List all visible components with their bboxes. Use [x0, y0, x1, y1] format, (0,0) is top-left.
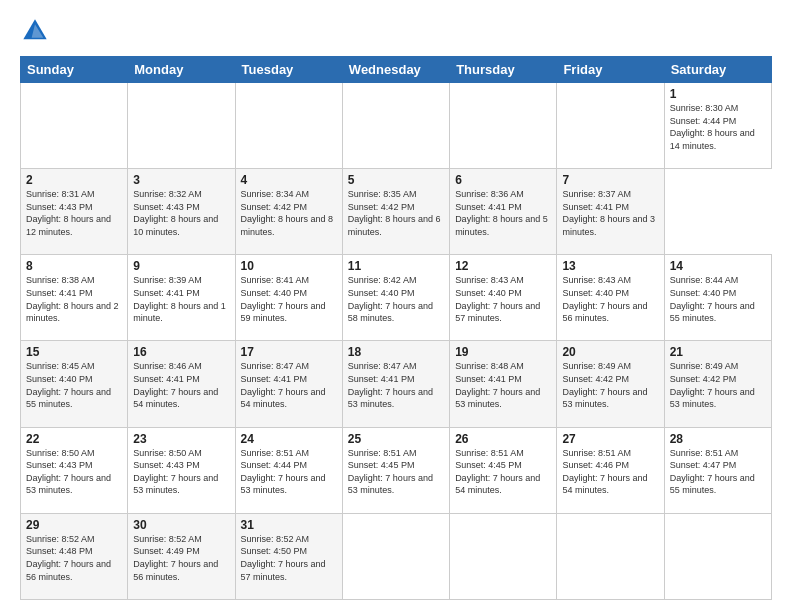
- day-number: 14: [670, 259, 766, 273]
- day-number: 30: [133, 518, 229, 532]
- day-number: 10: [241, 259, 337, 273]
- calendar-day-cell: 14Sunrise: 8:44 AMSunset: 4:40 PMDayligh…: [664, 255, 771, 341]
- day-info: Sunrise: 8:38 AMSunset: 4:41 PMDaylight:…: [26, 275, 119, 323]
- day-info: Sunrise: 8:36 AMSunset: 4:41 PMDaylight:…: [455, 189, 548, 237]
- day-number: 31: [241, 518, 337, 532]
- calendar-day-cell: 27Sunrise: 8:51 AMSunset: 4:46 PMDayligh…: [557, 427, 664, 513]
- calendar-week-row: 8Sunrise: 8:38 AMSunset: 4:41 PMDaylight…: [21, 255, 772, 341]
- logo-icon: [20, 16, 50, 46]
- empty-cell: [450, 513, 557, 599]
- calendar-header-tuesday: Tuesday: [235, 57, 342, 83]
- day-number: 16: [133, 345, 229, 359]
- empty-cell: [557, 83, 664, 169]
- day-info: Sunrise: 8:31 AMSunset: 4:43 PMDaylight:…: [26, 189, 111, 237]
- day-number: 25: [348, 432, 444, 446]
- empty-cell: [664, 513, 771, 599]
- header: [20, 16, 772, 46]
- calendar-day-cell: 11Sunrise: 8:42 AMSunset: 4:40 PMDayligh…: [342, 255, 449, 341]
- calendar-day-cell: 29Sunrise: 8:52 AMSunset: 4:48 PMDayligh…: [21, 513, 128, 599]
- empty-cell: [21, 83, 128, 169]
- calendar-day-cell: 19Sunrise: 8:48 AMSunset: 4:41 PMDayligh…: [450, 341, 557, 427]
- day-info: Sunrise: 8:44 AMSunset: 4:40 PMDaylight:…: [670, 275, 755, 323]
- day-number: 9: [133, 259, 229, 273]
- day-number: 2: [26, 173, 122, 187]
- empty-cell: [235, 83, 342, 169]
- calendar-day-cell: 7Sunrise: 8:37 AMSunset: 4:41 PMDaylight…: [557, 169, 664, 255]
- day-number: 26: [455, 432, 551, 446]
- calendar-day-cell: 18Sunrise: 8:47 AMSunset: 4:41 PMDayligh…: [342, 341, 449, 427]
- day-number: 12: [455, 259, 551, 273]
- calendar-day-cell: 21Sunrise: 8:49 AMSunset: 4:42 PMDayligh…: [664, 341, 771, 427]
- calendar-day-cell: 2Sunrise: 8:31 AMSunset: 4:43 PMDaylight…: [21, 169, 128, 255]
- empty-cell: [128, 83, 235, 169]
- calendar-day-cell: 12Sunrise: 8:43 AMSunset: 4:40 PMDayligh…: [450, 255, 557, 341]
- day-info: Sunrise: 8:48 AMSunset: 4:41 PMDaylight:…: [455, 361, 540, 409]
- calendar-day-cell: 24Sunrise: 8:51 AMSunset: 4:44 PMDayligh…: [235, 427, 342, 513]
- calendar-table: SundayMondayTuesdayWednesdayThursdayFrid…: [20, 56, 772, 600]
- calendar-day-cell: 3Sunrise: 8:32 AMSunset: 4:43 PMDaylight…: [128, 169, 235, 255]
- day-info: Sunrise: 8:30 AMSunset: 4:44 PMDaylight:…: [670, 103, 755, 151]
- calendar-day-cell: 16Sunrise: 8:46 AMSunset: 4:41 PMDayligh…: [128, 341, 235, 427]
- calendar-header-monday: Monday: [128, 57, 235, 83]
- calendar-day-cell: 31Sunrise: 8:52 AMSunset: 4:50 PMDayligh…: [235, 513, 342, 599]
- day-info: Sunrise: 8:32 AMSunset: 4:43 PMDaylight:…: [133, 189, 218, 237]
- calendar-day-cell: 4Sunrise: 8:34 AMSunset: 4:42 PMDaylight…: [235, 169, 342, 255]
- calendar-day-cell: 25Sunrise: 8:51 AMSunset: 4:45 PMDayligh…: [342, 427, 449, 513]
- day-info: Sunrise: 8:45 AMSunset: 4:40 PMDaylight:…: [26, 361, 111, 409]
- calendar-day-cell: 17Sunrise: 8:47 AMSunset: 4:41 PMDayligh…: [235, 341, 342, 427]
- calendar-day-cell: 6Sunrise: 8:36 AMSunset: 4:41 PMDaylight…: [450, 169, 557, 255]
- day-number: 18: [348, 345, 444, 359]
- day-info: Sunrise: 8:52 AMSunset: 4:49 PMDaylight:…: [133, 534, 218, 582]
- day-number: 3: [133, 173, 229, 187]
- empty-cell: [342, 513, 449, 599]
- calendar-header-sunday: Sunday: [21, 57, 128, 83]
- day-number: 1: [670, 87, 766, 101]
- calendar-day-cell: 30Sunrise: 8:52 AMSunset: 4:49 PMDayligh…: [128, 513, 235, 599]
- empty-cell: [342, 83, 449, 169]
- calendar-day-cell: 23Sunrise: 8:50 AMSunset: 4:43 PMDayligh…: [128, 427, 235, 513]
- calendar-header-thursday: Thursday: [450, 57, 557, 83]
- day-info: Sunrise: 8:35 AMSunset: 4:42 PMDaylight:…: [348, 189, 441, 237]
- day-info: Sunrise: 8:46 AMSunset: 4:41 PMDaylight:…: [133, 361, 218, 409]
- day-number: 8: [26, 259, 122, 273]
- day-info: Sunrise: 8:51 AMSunset: 4:46 PMDaylight:…: [562, 448, 647, 496]
- day-info: Sunrise: 8:49 AMSunset: 4:42 PMDaylight:…: [562, 361, 647, 409]
- day-info: Sunrise: 8:41 AMSunset: 4:40 PMDaylight:…: [241, 275, 326, 323]
- day-number: 20: [562, 345, 658, 359]
- calendar-week-row: 1Sunrise: 8:30 AMSunset: 4:44 PMDaylight…: [21, 83, 772, 169]
- day-info: Sunrise: 8:49 AMSunset: 4:42 PMDaylight:…: [670, 361, 755, 409]
- day-number: 19: [455, 345, 551, 359]
- calendar-day-cell: 9Sunrise: 8:39 AMSunset: 4:41 PMDaylight…: [128, 255, 235, 341]
- calendar-day-cell: 10Sunrise: 8:41 AMSunset: 4:40 PMDayligh…: [235, 255, 342, 341]
- calendar-header-wednesday: Wednesday: [342, 57, 449, 83]
- day-number: 27: [562, 432, 658, 446]
- day-number: 7: [562, 173, 658, 187]
- day-info: Sunrise: 8:51 AMSunset: 4:44 PMDaylight:…: [241, 448, 326, 496]
- day-info: Sunrise: 8:51 AMSunset: 4:47 PMDaylight:…: [670, 448, 755, 496]
- day-number: 6: [455, 173, 551, 187]
- day-info: Sunrise: 8:50 AMSunset: 4:43 PMDaylight:…: [26, 448, 111, 496]
- day-number: 13: [562, 259, 658, 273]
- day-number: 23: [133, 432, 229, 446]
- page: SundayMondayTuesdayWednesdayThursdayFrid…: [0, 0, 792, 612]
- calendar-week-row: 22Sunrise: 8:50 AMSunset: 4:43 PMDayligh…: [21, 427, 772, 513]
- day-number: 29: [26, 518, 122, 532]
- calendar-week-row: 15Sunrise: 8:45 AMSunset: 4:40 PMDayligh…: [21, 341, 772, 427]
- day-info: Sunrise: 8:43 AMSunset: 4:40 PMDaylight:…: [562, 275, 647, 323]
- day-number: 15: [26, 345, 122, 359]
- day-info: Sunrise: 8:43 AMSunset: 4:40 PMDaylight:…: [455, 275, 540, 323]
- day-number: 21: [670, 345, 766, 359]
- day-number: 11: [348, 259, 444, 273]
- logo: [20, 16, 54, 46]
- calendar-week-row: 29Sunrise: 8:52 AMSunset: 4:48 PMDayligh…: [21, 513, 772, 599]
- calendar-week-row: 2Sunrise: 8:31 AMSunset: 4:43 PMDaylight…: [21, 169, 772, 255]
- day-info: Sunrise: 8:34 AMSunset: 4:42 PMDaylight:…: [241, 189, 334, 237]
- empty-cell: [450, 83, 557, 169]
- calendar-day-cell: 15Sunrise: 8:45 AMSunset: 4:40 PMDayligh…: [21, 341, 128, 427]
- day-info: Sunrise: 8:47 AMSunset: 4:41 PMDaylight:…: [348, 361, 433, 409]
- day-number: 28: [670, 432, 766, 446]
- day-info: Sunrise: 8:42 AMSunset: 4:40 PMDaylight:…: [348, 275, 433, 323]
- calendar-day-cell: 13Sunrise: 8:43 AMSunset: 4:40 PMDayligh…: [557, 255, 664, 341]
- day-info: Sunrise: 8:37 AMSunset: 4:41 PMDaylight:…: [562, 189, 655, 237]
- day-number: 5: [348, 173, 444, 187]
